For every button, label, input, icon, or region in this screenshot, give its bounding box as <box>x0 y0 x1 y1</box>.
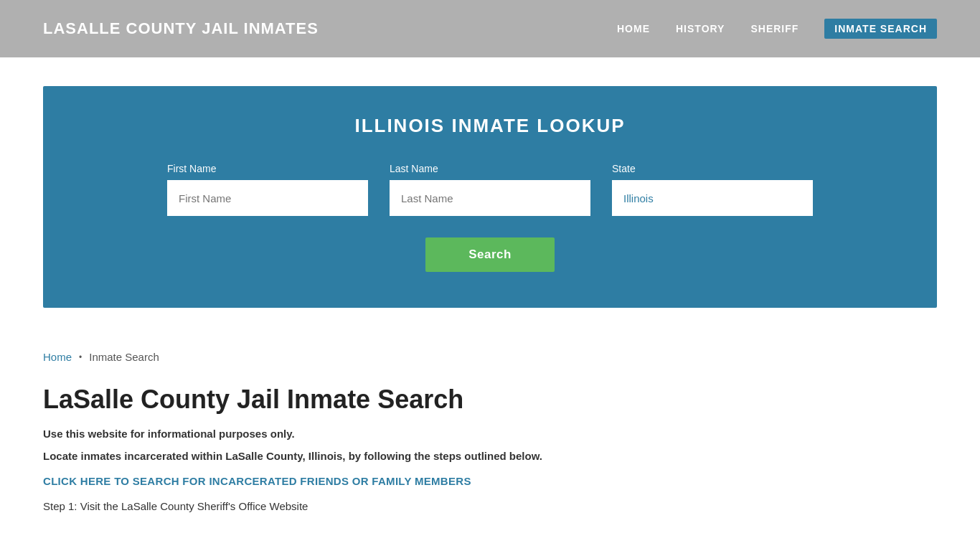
step-1-text: Step 1: Visit the LaSalle County Sheriff… <box>43 500 937 512</box>
state-input[interactable] <box>612 180 813 216</box>
breadcrumb-separator: • <box>79 352 82 362</box>
nav-home[interactable]: HOME <box>617 23 650 34</box>
nav-inmate-search[interactable]: INMATE SEARCH <box>824 19 937 39</box>
breadcrumb-home-link[interactable]: Home <box>43 351 72 363</box>
state-field-group: State <box>612 163 813 216</box>
inmate-lookup-section: ILLINOIS INMATE LOOKUP First Name Last N… <box>43 86 937 308</box>
last-name-label: Last Name <box>390 163 590 174</box>
info-line-2: Locate inmates incarcerated within LaSal… <box>43 450 937 462</box>
state-label: State <box>612 163 813 174</box>
first-name-input[interactable] <box>167 180 368 216</box>
site-header: LASALLE COUNTY JAIL INMATES HOME HISTORY… <box>0 0 980 57</box>
first-name-label: First Name <box>167 163 368 174</box>
page-title: LaSalle County Jail Inmate Search <box>43 385 937 415</box>
search-button-wrapper: Search <box>86 237 894 272</box>
site-logo[interactable]: LASALLE COUNTY JAIL INMATES <box>43 19 319 38</box>
nav-sheriff[interactable]: SHERIFF <box>750 23 798 34</box>
click-here-link[interactable]: CLICK HERE to Search for Incarcerated Fr… <box>43 475 937 487</box>
info-line-1: Use this website for informational purpo… <box>43 428 937 440</box>
main-nav: HOME HISTORY SHERIFF INMATE SEARCH <box>617 19 937 39</box>
lookup-title: ILLINOIS INMATE LOOKUP <box>86 115 894 137</box>
first-name-field-group: First Name <box>167 163 368 216</box>
breadcrumb: Home • Inmate Search <box>0 336 980 377</box>
breadcrumb-current-page: Inmate Search <box>89 351 159 363</box>
last-name-input[interactable] <box>390 180 590 216</box>
search-button[interactable]: Search <box>425 237 555 272</box>
last-name-field-group: Last Name <box>390 163 590 216</box>
nav-history[interactable]: HISTORY <box>676 23 725 34</box>
search-fields-row: First Name Last Name State <box>86 163 894 216</box>
main-content: LaSalle County Jail Inmate Search Use th… <box>0 377 980 541</box>
